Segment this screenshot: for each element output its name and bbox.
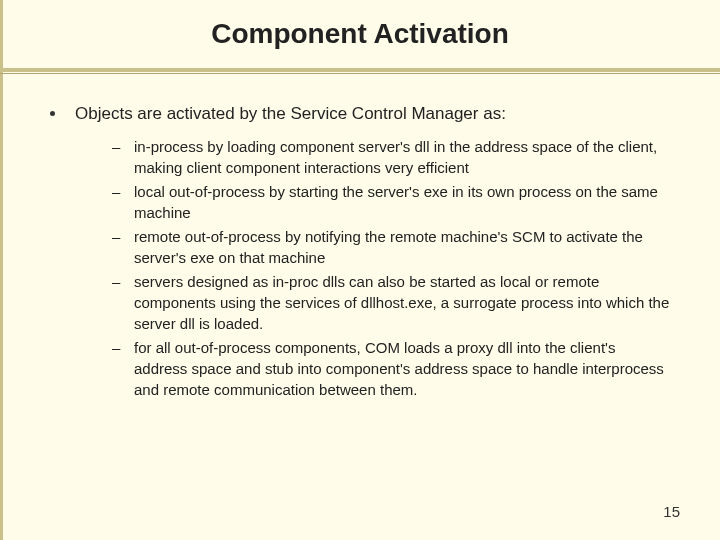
left-accent-stripe [0, 0, 3, 540]
main-bullet-text: Objects are activated by the Service Con… [75, 102, 506, 126]
dash-icon: – [112, 226, 124, 247]
slide-content: Objects are activated by the Service Con… [0, 72, 720, 400]
sub-bullet-text: in-process by loading component server's… [134, 136, 670, 178]
main-bullet-item: Objects are activated by the Service Con… [50, 102, 670, 126]
sub-bullet-list: – in-process by loading component server… [112, 136, 670, 400]
dash-icon: – [112, 136, 124, 157]
dash-icon: – [112, 271, 124, 292]
sub-bullet-item: – for all out-of-process components, COM… [112, 337, 670, 400]
dash-icon: – [112, 181, 124, 202]
sub-bullet-item: – local out-of-process by starting the s… [112, 181, 670, 223]
bullet-icon [50, 111, 55, 116]
slide-title: Component Activation [0, 18, 720, 50]
page-number: 15 [663, 503, 680, 520]
sub-bullet-text: servers designed as in-proc dlls can als… [134, 271, 670, 334]
dash-icon: – [112, 337, 124, 358]
sub-bullet-item: – in-process by loading component server… [112, 136, 670, 178]
sub-bullet-item: – servers designed as in-proc dlls can a… [112, 271, 670, 334]
divider-line [0, 68, 720, 72]
sub-bullet-text: remote out-of-process by notifying the r… [134, 226, 670, 268]
sub-bullet-item: – remote out-of-process by notifying the… [112, 226, 670, 268]
sub-bullet-text: local out-of-process by starting the ser… [134, 181, 670, 223]
sub-bullet-text: for all out-of-process components, COM l… [134, 337, 670, 400]
